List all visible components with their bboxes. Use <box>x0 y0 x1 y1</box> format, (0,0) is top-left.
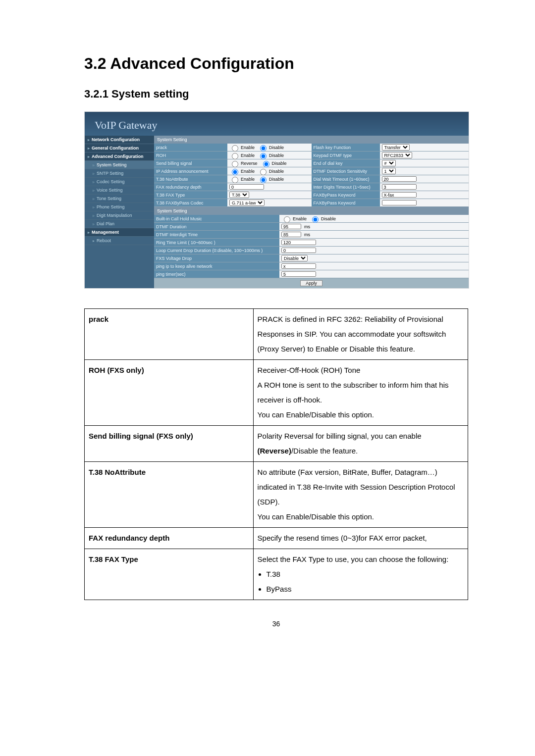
settings-label: Send billing signal <box>154 159 227 167</box>
settings-row: FAXByPass Keyword <box>312 191 469 199</box>
settings-label: Flash key Function <box>312 144 380 151</box>
select-input[interactable]: Disable <box>281 255 308 261</box>
settings-row: Loop Current Drop Duration (0:disable, 1… <box>154 247 469 254</box>
enable-radio[interactable]: Enable <box>229 144 255 151</box>
param-desc: PRACK is defined in RFC 3262: Reliabilit… <box>253 309 468 360</box>
disable-radio[interactable]: Disable <box>310 215 336 223</box>
settings-row: Keypad DTMF typeRFC2833 <box>312 151 469 159</box>
text-input[interactable] <box>281 263 316 269</box>
sidebar: ▸Network Configuration▸General Configura… <box>85 136 154 288</box>
settings-label: Dial Wait Timeout (1~60sec) <box>312 175 380 183</box>
chevron-icon: ▹ <box>93 205 95 209</box>
param-name: T.38 FAX Type <box>85 549 254 600</box>
param-name: prack <box>85 309 254 360</box>
sidebar-item[interactable]: ▹Digit Manipulation <box>85 211 154 220</box>
sidebar-item[interactable]: ▹Tone Setting <box>85 195 154 203</box>
select-input[interactable]: Transfer <box>382 144 410 151</box>
disable-radio[interactable]: Disable <box>258 144 284 151</box>
settings-control <box>279 247 469 254</box>
sidebar-group[interactable]: ▸General Configuration <box>85 144 154 152</box>
sidebar-group[interactable]: ▸Management <box>85 228 154 237</box>
settings-row: FXS Voltage DropDisable <box>154 254 469 262</box>
settings-label: Keypad DTMF type <box>312 151 380 159</box>
settings-label: ping ip to keep alive network <box>154 262 279 270</box>
text-input[interactable] <box>281 271 316 277</box>
settings-label: DTMF Detection Sensitivity <box>312 167 380 175</box>
settings-label: T.38 FAX Type <box>154 191 227 199</box>
text-input[interactable] <box>281 224 301 229</box>
settings-row: prackEnableDisable <box>154 144 312 151</box>
system-setting-screenshot: VoIP Gateway ▸Network Configuration▸Gene… <box>84 111 469 289</box>
text-input[interactable] <box>382 184 417 190</box>
sidebar-group[interactable]: ▸Advanced Configuration <box>85 152 154 161</box>
text-input[interactable] <box>382 192 417 198</box>
enable-radio[interactable]: Enable <box>281 215 307 223</box>
settings-row: Send billing signalReverseDisable <box>154 159 312 167</box>
settings-control: ReverseDisable <box>227 159 312 167</box>
sidebar-item[interactable]: ▹System Setting <box>85 161 154 169</box>
apply-button[interactable]: Apply <box>300 280 322 286</box>
settings-control: EnableDisable <box>279 215 469 222</box>
settings-row: DTMF Interdigit Timems <box>154 231 469 239</box>
settings-row: T.38 FAX TypeT.38 <box>154 191 312 199</box>
reverse-radio[interactable]: Reverse <box>229 159 258 167</box>
text-input[interactable] <box>382 200 417 205</box>
settings-label: FXS Voltage Drop <box>154 254 279 262</box>
text-input[interactable] <box>229 184 264 190</box>
settings-label: DTMF Duration <box>154 223 279 230</box>
settings-control <box>380 199 469 206</box>
settings-control <box>380 183 469 191</box>
settings-row: FAXByPass Keyword <box>312 199 469 207</box>
settings-label: T.38 FAXByPass Codec <box>154 199 227 206</box>
settings-label: FAXByPass Keyword <box>312 199 380 206</box>
sidebar-item[interactable]: ▹SNTP Setting <box>85 169 154 178</box>
sidebar-item[interactable]: ▹Voice Setting <box>85 186 154 195</box>
disable-radio[interactable]: Disable <box>258 151 284 159</box>
settings-control: 1 <box>380 167 469 175</box>
settings-row: T.38 NoAttributeEnableDisable <box>154 175 312 183</box>
select-input[interactable]: RFC2833 <box>382 152 412 158</box>
chevron-icon: ▹ <box>93 171 95 176</box>
disable-radio[interactable]: Disable <box>258 167 284 175</box>
param-name: FAX redundancy depth <box>85 528 254 549</box>
text-input[interactable] <box>382 176 417 182</box>
select-input[interactable]: 1 <box>382 168 396 174</box>
sidebar-item[interactable]: ▹Codec Setting <box>85 178 154 186</box>
settings-row: ping timer(sec) <box>154 270 469 278</box>
enable-radio[interactable]: Enable <box>229 167 255 175</box>
page-number: 36 <box>84 620 468 628</box>
settings-control: ms <box>279 231 469 238</box>
chevron-icon: ▹ <box>93 213 95 218</box>
settings-row: ROHEnableDisable <box>154 151 312 159</box>
chevron-icon: ▹ <box>93 222 95 226</box>
sidebar-item[interactable]: ▹Phone Setting <box>85 203 154 211</box>
settings-control: Transfer <box>380 144 469 151</box>
sidebar-group[interactable]: ▸Reboot <box>85 237 154 245</box>
heading-1: 3.2 Advanced Configuration <box>84 54 468 73</box>
chevron-icon: ▸ <box>88 230 90 235</box>
chevron-icon: ▹ <box>93 180 95 184</box>
select-input[interactable]: T.38 <box>229 192 249 198</box>
settings-control <box>380 175 469 183</box>
select-input[interactable]: G.711 a-law <box>229 200 265 206</box>
text-input[interactable] <box>281 232 301 237</box>
enable-radio[interactable]: Enable <box>229 151 255 159</box>
enable-radio[interactable]: Enable <box>229 175 255 183</box>
chevron-icon: ▸ <box>93 239 95 243</box>
disable-radio[interactable]: Disable <box>261 159 287 167</box>
sidebar-group[interactable]: ▸Network Configuration <box>85 136 154 144</box>
text-input[interactable] <box>281 240 316 245</box>
heading-2: 3.2.1 System setting <box>84 88 468 101</box>
settings-row: Built-in Call Hold MusicEnableDisable <box>154 215 469 223</box>
text-input[interactable] <box>281 248 316 253</box>
screenshot-title: VoIP Gateway <box>85 112 469 136</box>
param-name: Send billing signal (FXS only) <box>85 426 254 462</box>
select-input[interactable]: # <box>382 160 396 166</box>
settings-row: ping ip to keep alive network <box>154 262 469 270</box>
disable-radio[interactable]: Disable <box>258 175 284 183</box>
settings-label: prack <box>154 144 227 151</box>
chevron-icon: ▹ <box>93 197 95 201</box>
chevron-icon: ▹ <box>93 163 95 167</box>
sidebar-item[interactable]: ▹Dial Plan <box>85 220 154 228</box>
param-name: ROH (FXS only) <box>85 360 254 426</box>
